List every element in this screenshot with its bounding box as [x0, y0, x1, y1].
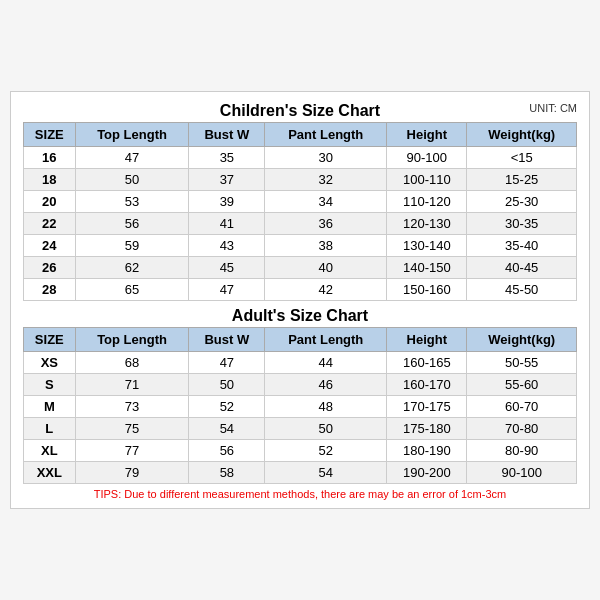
adults-size-table: SIZE Top Length Bust W Pant Length Heigh… [23, 327, 577, 484]
children-title-text: Children's Size Chart [220, 102, 380, 119]
col-weight: Weight(kg) [467, 123, 577, 147]
table-row: S715046160-17055-60 [24, 374, 577, 396]
table-row: M735248170-17560-70 [24, 396, 577, 418]
table-row: 28654742150-16045-50 [24, 279, 577, 301]
children-header-row: SIZE Top Length Bust W Pant Length Heigh… [24, 123, 577, 147]
table-row: 22564136120-13030-35 [24, 213, 577, 235]
col-weight: Weight(kg) [467, 328, 577, 352]
children-size-table: SIZE Top Length Bust W Pant Length Heigh… [23, 122, 577, 301]
children-title: Children's Size Chart UNIT: CM [23, 102, 577, 120]
col-top-length: Top Length [75, 328, 189, 352]
table-row: 24594338130-14035-40 [24, 235, 577, 257]
table-row: 1647353090-100<15 [24, 147, 577, 169]
col-pant-length: Pant Length [265, 328, 387, 352]
tips-text: TIPS: Due to different measurement metho… [23, 488, 577, 500]
col-top-length: Top Length [75, 123, 189, 147]
table-row: XL775652180-19080-90 [24, 440, 577, 462]
col-bust-w: Bust W [189, 123, 265, 147]
table-row: L755450175-18070-80 [24, 418, 577, 440]
table-row: 18503732100-11015-25 [24, 169, 577, 191]
table-row: 26624540140-15040-45 [24, 257, 577, 279]
col-size: SIZE [24, 123, 76, 147]
table-row: 20533934110-12025-30 [24, 191, 577, 213]
table-row: XXL795854190-20090-100 [24, 462, 577, 484]
col-height: Height [387, 328, 467, 352]
col-size: SIZE [24, 328, 76, 352]
table-row: XS684744160-16550-55 [24, 352, 577, 374]
col-pant-length: Pant Length [265, 123, 387, 147]
adults-title: Adult's Size Chart [23, 307, 577, 325]
size-chart-container: Children's Size Chart UNIT: CM SIZE Top … [10, 91, 590, 509]
adults-title-text: Adult's Size Chart [232, 307, 368, 324]
adults-header-row: SIZE Top Length Bust W Pant Length Heigh… [24, 328, 577, 352]
unit-label: UNIT: CM [529, 102, 577, 114]
col-height: Height [387, 123, 467, 147]
col-bust-w: Bust W [189, 328, 265, 352]
